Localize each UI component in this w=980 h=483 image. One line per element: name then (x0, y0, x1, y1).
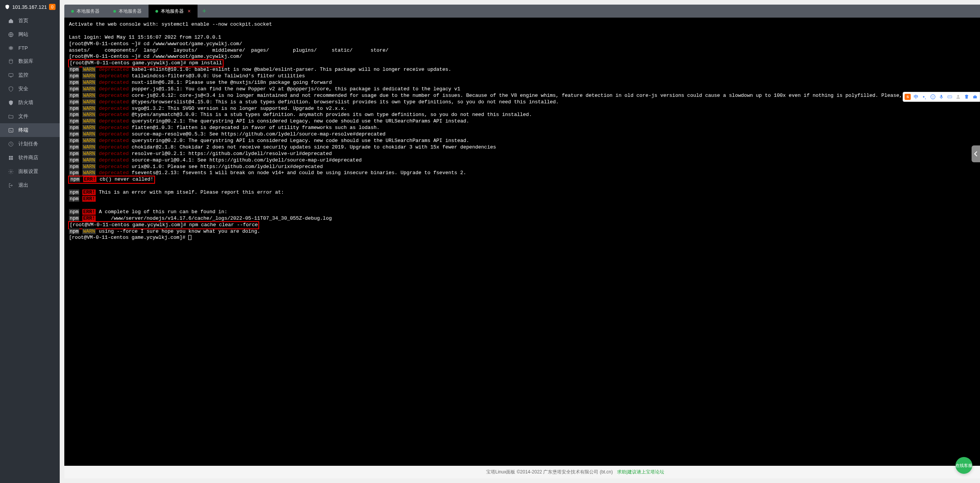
terminal-tab-2[interactable]: 本地服务器× (149, 5, 198, 18)
files-icon (8, 113, 14, 119)
svg-rect-5 (9, 156, 10, 157)
sidebar: 101.35.167.121 0 首页网站FTP数据库监控安全防火墙文件终端计划… (0, 0, 60, 483)
settings-icon (8, 168, 14, 175)
tab-label: 本地服务器 (77, 8, 100, 15)
sidebar-item-firewall[interactable]: 防火墙 (0, 96, 60, 109)
shield-icon (5, 4, 10, 10)
footer: 宝塔Linux面板 ©2014-2022 广东堡塔安全技术有限公司 (bt.cn… (64, 466, 980, 478)
sidebar-item-label: 监控 (18, 72, 28, 78)
svg-rect-6 (11, 156, 13, 157)
sidebar-item-label: 终端 (18, 127, 28, 134)
sidebar-item-files[interactable]: 文件 (0, 109, 60, 123)
sidebar-item-appstore[interactable]: 软件商店 (0, 151, 60, 165)
svg-rect-3 (8, 128, 13, 132)
svg-point-12 (931, 95, 935, 99)
home-icon (8, 18, 14, 24)
svg-rect-18 (949, 96, 950, 97)
footer-copy: 宝塔Linux面板 ©2014-2022 广东堡塔安全技术有限公司 (bt.cn… (486, 469, 613, 475)
terminal-output[interactable]: Activate the web console with: systemctl… (64, 18, 980, 466)
support-fab[interactable]: 在线客服 (956, 457, 972, 474)
footer-forum-link[interactable]: 求助|建议请上宝塔论坛 (617, 469, 664, 475)
monitor-icon (8, 72, 14, 78)
svg-point-20 (957, 95, 959, 97)
sidebar-item-label: 安全 (18, 85, 28, 92)
svg-rect-7 (9, 158, 10, 160)
svg-point-9 (10, 171, 11, 172)
sidebar-item-monitor[interactable]: 监控 (0, 68, 60, 82)
status-dot-icon (155, 10, 158, 13)
appstore-icon (8, 155, 14, 161)
ftp-icon (8, 45, 14, 51)
emoji-icon[interactable] (929, 93, 936, 100)
notification-badge[interactable]: 0 (49, 4, 55, 10)
logout-icon (8, 182, 14, 188)
mic-icon[interactable] (938, 93, 945, 100)
terminal-tabs: 本地服务器本地服务器本地服务器× + (64, 5, 980, 18)
punct-icon[interactable]: •, (921, 93, 928, 100)
sidebar-item-cron[interactable]: 计划任务 (0, 137, 60, 151)
lang-cn-icon[interactable]: 中 (913, 93, 920, 100)
security-icon (8, 86, 14, 92)
server-ip: 101.35.167.121 (12, 4, 47, 10)
firewall-icon (8, 100, 14, 106)
database-icon (8, 58, 14, 64)
svg-rect-17 (949, 96, 949, 97)
svg-text:S: S (906, 95, 909, 99)
status-dot-icon (113, 10, 116, 13)
svg-rect-22 (974, 95, 976, 96)
svg-rect-15 (941, 95, 942, 97)
toolbox-icon[interactable] (972, 93, 978, 100)
status-dot-icon (71, 10, 74, 13)
terminal-tab-1[interactable]: 本地服务器 (106, 5, 149, 18)
sidebar-item-home[interactable]: 首页 (0, 14, 60, 28)
tab-add-button[interactable]: + (198, 7, 211, 15)
svg-point-1 (9, 59, 13, 60)
side-drawer-toggle[interactable] (972, 145, 980, 162)
sidebar-item-database[interactable]: 数据库 (0, 54, 60, 68)
terminal-icon (8, 127, 14, 133)
tab-close-button[interactable]: × (188, 8, 191, 14)
sidebar-item-label: 文件 (18, 113, 28, 120)
sidebar-header: 101.35.167.121 0 (0, 0, 60, 14)
svg-rect-2 (8, 73, 13, 77)
sidebar-item-label: 网站 (18, 31, 28, 38)
svg-rect-16 (948, 96, 952, 98)
skin-icon[interactable] (963, 93, 970, 100)
svg-rect-19 (950, 96, 951, 97)
sidebar-item-label: 计划任务 (18, 140, 38, 147)
user-icon[interactable] (955, 93, 962, 100)
sidebar-item-label: 软件商店 (18, 154, 38, 161)
sidebar-item-ftp[interactable]: FTP (0, 41, 60, 54)
sidebar-item-label: 数据库 (18, 58, 33, 65)
tab-label: 本地服务器 (119, 8, 142, 15)
svg-point-13 (932, 96, 933, 97)
sidebar-nav: 首页网站FTP数据库监控安全防火墙文件终端计划任务软件商店面板设置退出 (0, 14, 60, 192)
keyboard-icon[interactable] (946, 93, 953, 100)
terminal-tab-0[interactable]: 本地服务器 (64, 5, 106, 18)
svg-point-14 (933, 96, 934, 97)
ime-dock: S 中 •, (903, 92, 980, 102)
svg-rect-21 (973, 96, 977, 98)
tab-label: 本地服务器 (161, 8, 184, 15)
sidebar-item-label: FTP (18, 45, 28, 51)
svg-rect-8 (11, 158, 13, 160)
sidebar-item-label: 防火墙 (18, 99, 33, 106)
sidebar-item-terminal[interactable]: 终端 (0, 123, 60, 137)
sidebar-item-settings[interactable]: 面板设置 (0, 165, 60, 178)
sidebar-item-website[interactable]: 网站 (0, 28, 60, 41)
sogou-icon[interactable]: S (904, 93, 911, 100)
sidebar-item-label: 退出 (18, 182, 28, 189)
sidebar-item-label: 面板设置 (18, 168, 38, 175)
sidebar-item-label: 首页 (18, 17, 28, 24)
website-icon (8, 31, 14, 38)
sidebar-item-logout[interactable]: 退出 (0, 178, 60, 192)
sidebar-item-security[interactable]: 安全 (0, 82, 60, 96)
cron-icon (8, 141, 14, 147)
